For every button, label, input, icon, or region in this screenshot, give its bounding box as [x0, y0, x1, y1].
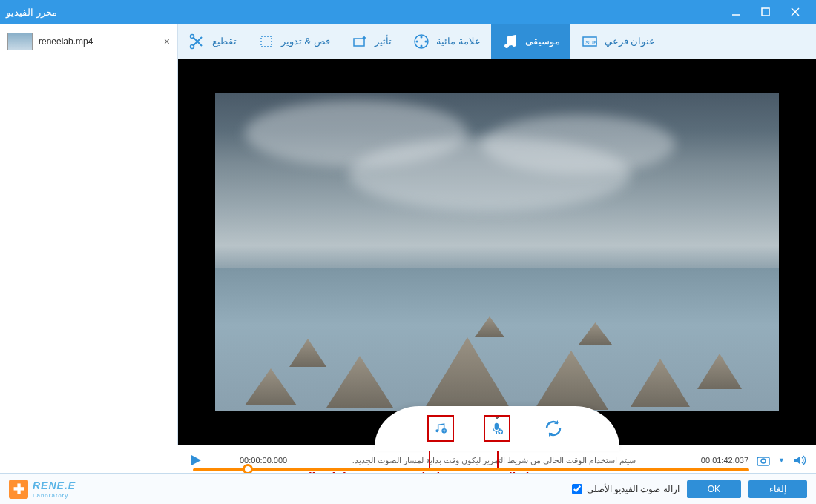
music-icon	[501, 33, 519, 50]
titlebar: محرر الفيديو	[0, 0, 816, 24]
crop-icon	[257, 33, 275, 50]
svg-point-12	[415, 40, 418, 42]
svg-point-11	[420, 44, 422, 47]
svg-point-5	[191, 44, 194, 48]
tool-crop-rotate[interactable]: قص & تدوير	[247, 24, 340, 59]
close-button[interactable]	[780, 0, 810, 24]
sparkle-icon	[351, 33, 369, 50]
sidebar: مواد موسيقى	[0, 59, 178, 445]
svg-rect-1	[762, 8, 769, 16]
file-thumbnail	[7, 33, 33, 50]
subtitle-icon: SUB	[581, 33, 599, 50]
cancel-button[interactable]: إلغاء	[748, 480, 807, 498]
svg-point-17	[435, 429, 438, 432]
tool-effect[interactable]: تأثير	[340, 24, 402, 59]
maximize-button[interactable]	[751, 0, 780, 24]
record-audio-button[interactable]: ⌄	[484, 415, 510, 442]
scissors-icon	[188, 33, 206, 50]
audio-tray: ⌄	[375, 406, 619, 451]
svg-rect-6	[261, 36, 272, 47]
remove-original-audio-checkbox[interactable]: ازالة صوت الفيديو الأصلي	[572, 484, 680, 494]
timeline-hint: سيتم استخدام الوقت الحالي من شريط التمري…	[295, 456, 694, 465]
time-end: 00:01:42.037	[701, 456, 748, 465]
main-area: مواد موسيقى ⌄	[0, 59, 816, 445]
add-music-button[interactable]	[427, 415, 454, 442]
toolbar: reneelab.mp4 × تقطيع قص & تدوير تأثير عل…	[0, 24, 816, 59]
reel-icon	[412, 33, 430, 50]
file-tab[interactable]: reneelab.mp4 ×	[0, 24, 178, 59]
window-title: محرر الفيديو	[6, 7, 66, 18]
brand-name: RENE.E	[33, 480, 76, 491]
tool-subtitle[interactable]: SUB عنوان فرعي	[570, 24, 666, 59]
preview-area: ⌄	[178, 59, 816, 445]
tool-music[interactable]: موسيقى	[491, 24, 570, 59]
svg-point-22	[761, 459, 766, 463]
logo-icon: ✚	[9, 480, 28, 499]
svg-text:SUB: SUB	[585, 39, 597, 46]
footer: ✚ RENE.E Laboratory ازالة صوت الفيديو ال…	[0, 473, 816, 504]
svg-point-10	[424, 40, 427, 42]
tool-cut[interactable]: تقطيع	[178, 24, 247, 59]
minimize-button[interactable]	[721, 0, 751, 24]
refresh-button[interactable]	[540, 415, 567, 442]
chevron-down-icon: ⌄	[493, 411, 501, 421]
volume-button[interactable]	[792, 453, 807, 468]
brand-sub: Laboratory	[33, 492, 76, 499]
ok-button[interactable]: OK	[687, 480, 741, 498]
snapshot-button[interactable]	[756, 453, 771, 468]
snapshot-dropdown[interactable]: ▼	[778, 457, 785, 464]
file-close-button[interactable]: ×	[164, 36, 170, 47]
video-preview[interactable]	[215, 93, 779, 411]
svg-point-13	[504, 44, 508, 47]
svg-rect-7	[354, 39, 364, 46]
svg-rect-19	[495, 423, 499, 430]
refresh-icon	[542, 417, 565, 440]
svg-point-9	[420, 36, 422, 38]
music-plus-icon	[433, 417, 448, 440]
file-name: reneelab.mp4	[39, 36, 170, 47]
tool-watermark[interactable]: علامة مائية	[402, 24, 491, 59]
svg-point-4	[191, 34, 194, 38]
svg-point-14	[512, 42, 516, 46]
brand-logo: ✚ RENE.E Laboratory	[9, 479, 76, 499]
remove-original-audio-input[interactable]	[572, 484, 582, 494]
play-button[interactable]	[189, 454, 203, 467]
